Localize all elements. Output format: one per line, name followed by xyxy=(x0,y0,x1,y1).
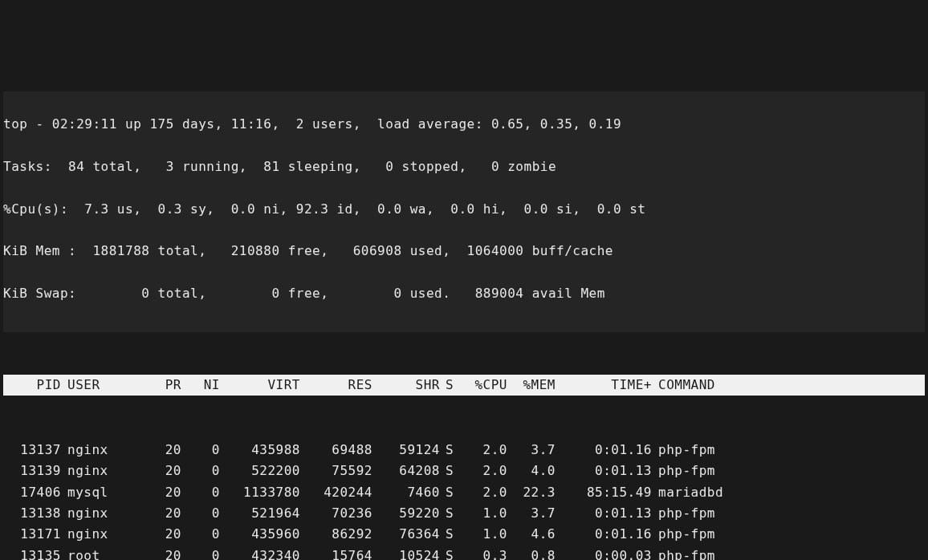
cell-time: 0:00.03 xyxy=(556,546,652,560)
cell-mem: 22.3 xyxy=(507,482,556,503)
cell-s: S xyxy=(440,503,459,524)
cell-pr: 20 xyxy=(133,461,181,481)
cell-shr: 64208 xyxy=(372,461,440,481)
cell-user: nginx xyxy=(61,524,133,545)
col-header-cmd[interactable]: COMMAND xyxy=(652,375,925,396)
cell-virt: 1133780 xyxy=(220,482,300,503)
col-header-res[interactable]: RES xyxy=(300,375,372,396)
cell-time: 0:01.13 xyxy=(556,503,652,524)
cell-pr: 20 xyxy=(133,503,181,524)
cell-cpu: 1.0 xyxy=(459,524,507,545)
cell-s: S xyxy=(440,546,459,560)
cell-ni: 0 xyxy=(181,461,220,481)
cell-s: S xyxy=(440,524,459,545)
col-header-virt[interactable]: VIRT xyxy=(220,375,300,396)
cell-user: nginx xyxy=(61,440,133,461)
cell-user: nginx xyxy=(61,503,133,524)
summary-tasks: Tasks: 84 total, 3 running, 81 sleeping,… xyxy=(3,156,925,177)
summary-cpu: %Cpu(s): 7.3 us, 0.3 sy, 0.0 ni, 92.3 id… xyxy=(3,199,925,220)
process-table-body: 13137nginx2004359886948859124S2.03.70:01… xyxy=(3,440,925,560)
cell-pid: 13171 xyxy=(3,524,61,545)
cell-pid: 13137 xyxy=(3,440,61,461)
cell-cpu: 2.0 xyxy=(459,482,507,503)
cell-shr: 59124 xyxy=(372,440,440,461)
cell-time: 0:01.16 xyxy=(556,440,652,461)
cell-mem: 4.0 xyxy=(507,461,556,481)
cell-mem: 3.7 xyxy=(507,440,556,461)
cell-shr: 7460 xyxy=(372,482,440,503)
cell-res: 70236 xyxy=(300,503,372,524)
cell-pid: 17406 xyxy=(3,482,61,503)
process-row[interactable]: 13138nginx2005219647023659220S1.03.70:01… xyxy=(3,503,925,524)
cell-cmd: php-fpm xyxy=(652,440,925,461)
cell-virt: 435960 xyxy=(220,524,300,545)
summary-mem: KiB Mem : 1881788 total, 210880 free, 60… xyxy=(3,241,925,262)
cell-cmd: mariadbd xyxy=(652,482,925,503)
cell-res: 15764 xyxy=(300,546,372,560)
cell-mem: 4.6 xyxy=(507,524,556,545)
col-header-mem[interactable]: %MEM xyxy=(507,375,556,396)
cell-cpu: 2.0 xyxy=(459,440,507,461)
cell-s: S xyxy=(440,461,459,481)
cell-s: S xyxy=(440,440,459,461)
summary-swap: KiB Swap: 0 total, 0 free, 0 used. 88900… xyxy=(3,283,925,304)
col-header-cpu[interactable]: %CPU xyxy=(459,375,507,396)
cell-cmd: php-fpm xyxy=(652,461,925,481)
cell-pid: 13138 xyxy=(3,503,61,524)
cell-mem: 3.7 xyxy=(507,503,556,524)
cell-user: mysql xyxy=(61,482,133,503)
cell-s: S xyxy=(440,482,459,503)
cell-virt: 521964 xyxy=(220,503,300,524)
cell-pid: 13135 xyxy=(3,546,61,560)
process-row[interactable]: 13171nginx2004359608629276364S1.04.60:01… xyxy=(3,524,925,545)
cell-virt: 432340 xyxy=(220,546,300,560)
cell-cpu: 0.3 xyxy=(459,546,507,560)
cell-user: nginx xyxy=(61,461,133,481)
cell-ni: 0 xyxy=(181,482,220,503)
col-header-user[interactable]: USER xyxy=(61,375,133,396)
cell-cmd: php-fpm xyxy=(652,524,925,545)
process-row[interactable]: 17406mysql20011337804202447460S2.022.385… xyxy=(3,482,925,503)
cell-shr: 10524 xyxy=(372,546,440,560)
cell-shr: 76364 xyxy=(372,524,440,545)
cell-ni: 0 xyxy=(181,503,220,524)
process-table-header[interactable]: PID USER PR NI VIRT RES SHR S %CPU %MEM … xyxy=(3,375,925,396)
col-header-pr[interactable]: PR xyxy=(133,375,181,396)
cell-virt: 435988 xyxy=(220,440,300,461)
cell-pr: 20 xyxy=(133,546,181,560)
cell-pr: 20 xyxy=(133,524,181,545)
cell-res: 75592 xyxy=(300,461,372,481)
col-header-shr[interactable]: SHR xyxy=(372,375,440,396)
cell-pid: 13139 xyxy=(3,461,61,481)
process-row[interactable]: 13137nginx2004359886948859124S2.03.70:01… xyxy=(3,440,925,461)
cell-user: root xyxy=(61,546,133,560)
cell-cmd: php-fpm xyxy=(652,503,925,524)
cell-time: 0:01.16 xyxy=(556,524,652,545)
cell-time: 0:01.13 xyxy=(556,461,652,481)
top-summary: top - 02:29:11 up 175 days, 11:16, 2 use… xyxy=(3,91,925,332)
cell-pr: 20 xyxy=(133,440,181,461)
cell-pr: 20 xyxy=(133,482,181,503)
col-header-s[interactable]: S xyxy=(440,375,459,396)
cell-cmd: php-fpm xyxy=(652,546,925,560)
cell-mem: 0.8 xyxy=(507,546,556,560)
cell-res: 86292 xyxy=(300,524,372,545)
cell-ni: 0 xyxy=(181,440,220,461)
col-header-pid[interactable]: PID xyxy=(3,375,61,396)
process-row[interactable]: 13139nginx2005222007559264208S2.04.00:01… xyxy=(3,461,925,481)
summary-uptime: top - 02:29:11 up 175 days, 11:16, 2 use… xyxy=(3,114,925,135)
cell-res: 420244 xyxy=(300,482,372,503)
process-row[interactable]: 13135root2004323401576410524S0.30.80:00.… xyxy=(3,546,925,560)
cell-ni: 0 xyxy=(181,524,220,545)
cell-time: 85:15.49 xyxy=(556,482,652,503)
cell-cpu: 2.0 xyxy=(459,461,507,481)
col-header-time[interactable]: TIME+ xyxy=(556,375,652,396)
cell-ni: 0 xyxy=(181,546,220,560)
cell-cpu: 1.0 xyxy=(459,503,507,524)
cell-shr: 59220 xyxy=(372,503,440,524)
cell-virt: 522200 xyxy=(220,461,300,481)
col-header-ni[interactable]: NI xyxy=(181,375,220,396)
cell-res: 69488 xyxy=(300,440,372,461)
